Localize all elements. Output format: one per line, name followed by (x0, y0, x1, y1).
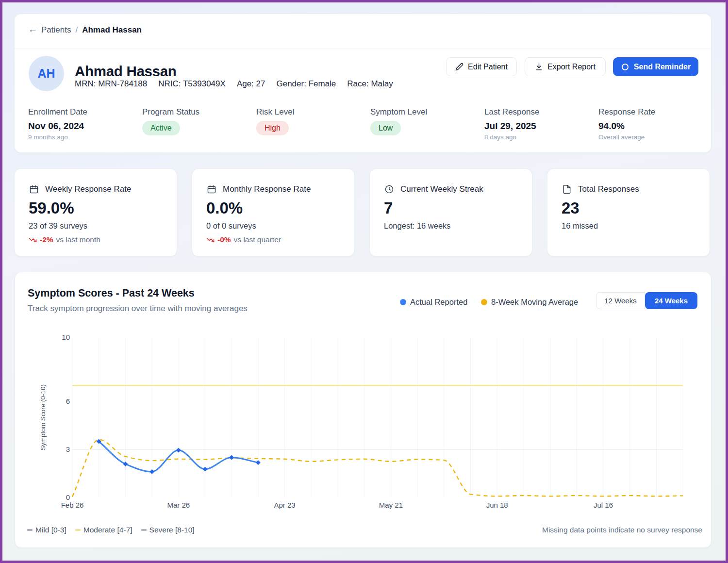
svg-text:Jun 18: Jun 18 (486, 501, 508, 509)
svg-text:10: 10 (62, 333, 70, 341)
svg-text:Jul 16: Jul 16 (594, 501, 613, 509)
svg-text:0: 0 (66, 493, 70, 501)
svg-text:Mar 26: Mar 26 (167, 501, 190, 509)
svg-text:May 21: May 21 (379, 501, 403, 509)
svg-text:6: 6 (66, 397, 70, 405)
svg-text:Apr 23: Apr 23 (274, 501, 295, 509)
svg-text:Symptom Score (0-10): Symptom Score (0-10) (39, 384, 47, 450)
svg-text:Feb 26: Feb 26 (61, 501, 84, 509)
svg-text:3: 3 (66, 445, 70, 453)
